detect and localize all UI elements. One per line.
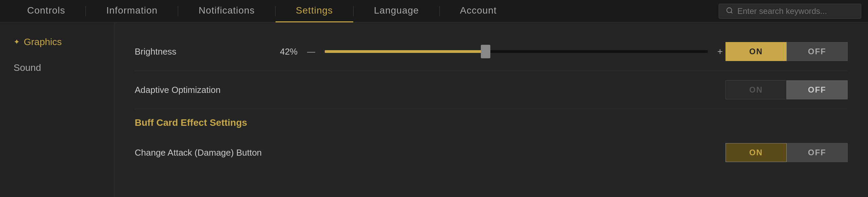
svg-line-1 [731, 12, 732, 13]
change-attack-label: Change Attack (Damage) Button [135, 147, 270, 158]
brightness-slider-track[interactable] [325, 50, 708, 53]
settings-content: Brightness 42% — + ON OFF Adaptive Optim… [114, 22, 868, 197]
brightness-decrease-button[interactable]: — [304, 47, 318, 56]
adaptive-optimization-off-button[interactable]: OFF [787, 80, 848, 99]
change-attack-row: Change Attack (Damage) Button ON OFF [135, 134, 848, 172]
brightness-label: Brightness [135, 46, 270, 57]
sidebar-item-graphics-label: Graphics [24, 37, 62, 47]
brightness-increase-button[interactable]: + [715, 46, 725, 57]
tab-settings[interactable]: Settings [276, 0, 353, 22]
sidebar-item-sound[interactable]: Sound [0, 55, 114, 81]
brightness-on-button[interactable]: ON [725, 42, 787, 61]
buff-card-section-heading: Buff Card Effect Settings [135, 109, 848, 134]
adaptive-optimization-row: Adaptive Optimization ON OFF [135, 71, 848, 109]
brightness-slider-thumb[interactable] [481, 45, 490, 58]
change-attack-on-button[interactable]: ON [725, 143, 787, 162]
tab-controls[interactable]: Controls [7, 0, 86, 22]
tab-information[interactable]: Information [86, 0, 178, 22]
brightness-off-button[interactable]: OFF [787, 42, 848, 61]
search-icon [726, 7, 733, 16]
top-navigation: Controls Information Notifications Setti… [0, 0, 868, 22]
sidebar-item-graphics[interactable]: ✦ Graphics [0, 29, 114, 55]
tab-notifications[interactable]: Notifications [178, 0, 275, 22]
tab-account[interactable]: Account [440, 0, 517, 22]
change-attack-toggle-group: ON OFF [725, 143, 848, 162]
brightness-toggle-group: ON OFF [725, 42, 848, 61]
svg-point-0 [727, 7, 732, 13]
search-input[interactable] [737, 6, 854, 16]
brightness-value: 42% [270, 46, 298, 57]
brightness-controls: 42% — + [270, 46, 725, 57]
main-layout: ✦ Graphics Sound Brightness 42% — + ON O… [0, 22, 868, 197]
sidebar-item-sound-label: Sound [14, 62, 41, 73]
adaptive-optimization-label: Adaptive Optimization [135, 85, 270, 95]
brightness-slider-fill [325, 50, 486, 53]
tab-language[interactable]: Language [354, 0, 439, 22]
graphics-icon: ✦ [14, 38, 20, 46]
search-box[interactable] [719, 4, 861, 19]
change-attack-off-button[interactable]: OFF [787, 143, 848, 162]
brightness-row: Brightness 42% — + ON OFF [135, 33, 848, 71]
adaptive-optimization-on-button[interactable]: ON [725, 80, 787, 99]
sidebar: ✦ Graphics Sound [0, 22, 114, 197]
adaptive-optimization-toggle-group: ON OFF [725, 80, 848, 99]
